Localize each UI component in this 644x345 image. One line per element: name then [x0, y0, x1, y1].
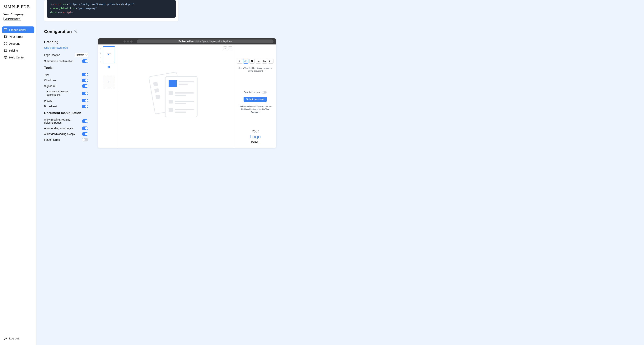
- configuration-heading: Configuration ?: [44, 29, 636, 34]
- document-placeholder-illustration: [152, 72, 200, 120]
- tool-boxed-toggle[interactable]: [82, 105, 88, 108]
- tool-boxed-label: Boxed text: [44, 105, 57, 108]
- logout-button[interactable]: Log out: [2, 335, 34, 342]
- svg-point-6: [264, 61, 264, 61]
- docmanip-download-label: Allow downloading a copy: [44, 132, 75, 135]
- svg-rect-5: [264, 60, 266, 62]
- zoom-in-icon[interactable]: +: [228, 46, 232, 50]
- tool-checkbox[interactable]: [249, 59, 255, 64]
- sidebar-nav: Embed editor Your forms Account Pricing …: [2, 26, 34, 61]
- logo-placeholder: Your Logo here.: [237, 129, 274, 145]
- tool-signature-toggle[interactable]: [82, 84, 88, 88]
- company-block: Your Company yourcompany: [2, 13, 34, 26]
- embed-snippet-card: <script src="https://unpkg.com/@simplepd…: [44, 0, 178, 21]
- tool-picture[interactable]: [262, 59, 267, 64]
- nav-account[interactable]: Account: [2, 40, 34, 47]
- add-page-button[interactable]: +: [103, 76, 115, 88]
- company-slug-tag: yourcompany: [4, 17, 21, 21]
- gear-icon: [4, 42, 7, 45]
- docmanip-move-label: Allow moving, rotating, deleting pages: [44, 118, 75, 124]
- docmanip-download-toggle[interactable]: [82, 132, 88, 136]
- nav-label: Pricing: [9, 49, 18, 52]
- help-icon: [4, 55, 7, 59]
- nav-pricing[interactable]: Pricing: [2, 47, 34, 54]
- tool-picture-label: Picture: [44, 99, 52, 102]
- main-content: <script src="https://unpkg.com/@simplepd…: [36, 0, 644, 345]
- page-thumbnail[interactable]: [103, 46, 115, 63]
- logo-location-label: Logo location: [44, 53, 60, 56]
- submission-confirm-label: Submission confirmation: [44, 60, 74, 63]
- inspector-panel: Aa: [234, 44, 276, 148]
- preview-urlbar: Embed editor - https://yourcompany.simpl…: [137, 39, 274, 43]
- move-down-icon[interactable]: ↓: [99, 60, 102, 63]
- tool-hint: Add a Text field by clicking anywhere on…: [237, 67, 274, 72]
- tool-checkbox-label: Checkbox: [44, 79, 56, 82]
- submit-disclaimer: The information and document that you fi…: [237, 105, 274, 114]
- document-canvas[interactable]: − +: [117, 44, 234, 148]
- logout-label: Log out: [9, 337, 19, 340]
- tool-text-label: Text: [44, 73, 49, 76]
- submit-document-button[interactable]: Submit document: [244, 97, 267, 102]
- nav-label: Account: [9, 42, 20, 45]
- nav-label: Help Center: [9, 56, 24, 59]
- traffic-lights: [124, 40, 132, 42]
- sidebar: SIMPLE PDF. Your Company yourcompany Emb…: [0, 0, 36, 345]
- nav-your-forms[interactable]: Your forms: [2, 33, 34, 40]
- tool-text[interactable]: Aa: [243, 59, 248, 64]
- nav-embed-editor[interactable]: Embed editor: [2, 26, 34, 33]
- tool-text-toggle[interactable]: [82, 73, 88, 76]
- tool-checkbox-toggle[interactable]: [82, 79, 88, 82]
- svg-point-1: [5, 43, 6, 44]
- tool-pointer[interactable]: [237, 59, 242, 64]
- page-thumbnail-rail: ✕ ↻ ↑ ↓ 1 +: [98, 44, 117, 148]
- download-copy-toggle[interactable]: [262, 91, 266, 93]
- code-icon: [4, 28, 7, 31]
- own-logo-link[interactable]: Use your own logo: [44, 46, 68, 49]
- file-icon: [4, 35, 7, 38]
- docmanip-add-label: Allow adding new pages: [44, 127, 73, 130]
- docmanip-flatten-label: Flatten forms: [44, 138, 60, 141]
- tool-remember-label: Remember between submissions: [44, 90, 73, 97]
- tool-signature-label: Signature: [44, 84, 56, 88]
- logo-location-select[interactable]: bottom: [75, 53, 88, 57]
- download-copy-label: Download a copy: [244, 91, 260, 93]
- preview-window: Embed editor - https://yourcompany.simpl…: [98, 38, 276, 148]
- tool-boxed-text[interactable]: [268, 59, 274, 64]
- company-name: Your Company: [4, 13, 33, 16]
- embed-code-block[interactable]: <script src="https://unpkg.com/@simplepd…: [47, 0, 176, 18]
- logout-icon: [4, 337, 7, 340]
- nav-label: Embed editor: [9, 28, 26, 31]
- close-page-icon[interactable]: ✕: [99, 47, 102, 50]
- rotate-page-icon[interactable]: ↻: [99, 52, 102, 54]
- help-icon[interactable]: ?: [74, 30, 77, 33]
- tools-heading: Tools: [44, 66, 88, 70]
- docmanip-flatten-toggle[interactable]: [82, 138, 88, 141]
- brand-logo: SIMPLE PDF.: [2, 3, 34, 13]
- docmanip-heading: Document manipulation: [44, 111, 88, 115]
- config-controls: Branding Use your own logo Logo location…: [44, 38, 88, 143]
- docmanip-add-toggle[interactable]: [82, 126, 88, 130]
- page-number-badge: 1: [108, 66, 110, 68]
- move-up-icon[interactable]: ↑: [99, 56, 102, 59]
- tool-signature[interactable]: [256, 59, 261, 64]
- preview-titlebar: Embed editor - https://yourcompany.simpl…: [98, 38, 276, 44]
- branding-heading: Branding: [44, 40, 88, 44]
- nav-help-center[interactable]: Help Center: [2, 54, 34, 60]
- zoom-out-icon[interactable]: −: [223, 46, 227, 50]
- tool-remember-toggle[interactable]: [82, 92, 88, 95]
- docmanip-move-toggle[interactable]: [82, 119, 88, 123]
- submission-confirm-toggle[interactable]: [82, 59, 88, 63]
- nav-label: Your forms: [9, 35, 23, 38]
- tool-picture-toggle[interactable]: [82, 99, 88, 102]
- store-icon: [4, 49, 7, 52]
